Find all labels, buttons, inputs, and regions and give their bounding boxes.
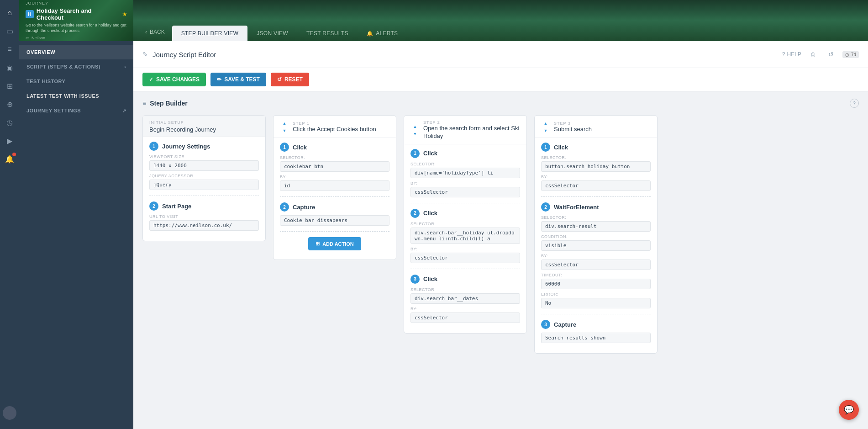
tab-test-results[interactable]: TEST RESULTS — [297, 26, 358, 41]
pencil-icon: ✏ — [217, 76, 221, 83]
field-label: ERROR: — [541, 292, 651, 297]
editor-header: ✎ Journey Script Editor ? HELP ⎙ ↺ ◷ 7d — [133, 41, 868, 68]
action-title: Click — [554, 144, 568, 151]
checkmark-icon: ✓ — [149, 76, 153, 83]
nav-icon-clock[interactable]: ◷ — [1, 114, 18, 131]
field-label: BY: — [280, 175, 389, 179]
action-number-badge: 3 — [541, 320, 550, 329]
history-button[interactable]: ↺ — [824, 48, 838, 61]
nav-icon-globe[interactable]: ◉ — [1, 59, 18, 76]
nav-icon-bell[interactable]: 🔔 — [1, 151, 18, 167]
step-card-header: ▲ ▼ STEP 3 Submit search — [535, 116, 657, 138]
add-action-button[interactable]: ⊞ ADD ACTION — [308, 237, 361, 250]
action-item: 2 Click SELECTOR: div.search-bar__holida… — [410, 209, 520, 263]
step-down-button[interactable]: ▼ — [280, 127, 289, 134]
action-title: Start Page — [162, 203, 191, 210]
action-title: Journey Settings — [162, 143, 210, 150]
nav-icon-film[interactable]: ▶ — [1, 132, 18, 149]
tab-alerts[interactable]: 🔔 ALERTS — [358, 26, 407, 41]
field-label: BY: — [410, 247, 520, 251]
nav-icon-monitor[interactable]: ▭ — [1, 23, 18, 39]
step-card-2: ▲ ▼ STEP 2 Open the search form and sele… — [404, 115, 527, 334]
initial-setup-header: INITIAL SETUP Begin Recording Journey — [143, 116, 265, 137]
action-item: 1 Journey Settings VIEWPORT SIZE 1440 x … — [149, 142, 259, 190]
save-changes-button[interactable]: ✓ SAVE CHANGES — [142, 73, 206, 86]
nav-icon-users[interactable]: ⊕ — [1, 96, 18, 112]
editor-title: ✎ Journey Script Editor — [142, 51, 216, 58]
save-test-button[interactable]: ✏ SAVE & TEST — [210, 73, 266, 86]
field-label: SELECTOR: — [541, 215, 651, 220]
field-label: SELECTOR: — [410, 222, 520, 226]
editor-actions: ? HELP ⎙ ↺ ◷ 7d — [782, 48, 859, 61]
step-builder-area: ≡ Step Builder ? INITIAL SETUP Begin Rec… — [133, 91, 868, 429]
field-label: SELECTOR: — [410, 162, 520, 166]
action-title: Click — [423, 150, 437, 157]
tab-step-builder[interactable]: STEP BUILDER VIEW — [172, 26, 248, 41]
step-card-1: ▲ ▼ STEP 1 Click the Accept Cookies butt… — [273, 115, 396, 260]
field-value: cssSelector — [541, 260, 651, 270]
journey-label: JOURNEY — [26, 1, 127, 5]
action-divider — [280, 196, 389, 197]
back-button[interactable]: ‹ BACK — [138, 23, 172, 41]
toolbar: ✓ SAVE CHANGES ✏ SAVE & TEST ↺ RESET — [133, 68, 868, 91]
step-name: Submit search — [554, 126, 651, 133]
nav-icon-home[interactable]: ⌂ — [1, 5, 18, 21]
action-field: BY: cssSelector — [410, 181, 520, 197]
action-field: TIMEOUT: 60000 — [541, 273, 651, 289]
step-card-initial: INITIAL SETUP Begin Recording Journey 1 … — [142, 115, 266, 241]
step-type-label: STEP 3 — [554, 121, 651, 126]
action-field: SELECTOR: div[name='holidayType'] li — [410, 162, 520, 178]
top-nav: ‹ BACK STEP BUILDER VIEW JSON VIEW TEST … — [133, 0, 416, 41]
field-label: URL TO VISIT — [149, 214, 259, 219]
step-builder-header: ≡ Step Builder ? — [142, 99, 859, 108]
print-button[interactable]: ⎙ — [806, 48, 820, 61]
field-value: cookiebar-btn — [280, 161, 389, 172]
step-card-3: ▲ ▼ STEP 3 Submit search 1 — [534, 115, 658, 354]
nav-icon-grid[interactable]: ⊞ — [1, 78, 18, 94]
action-field: SELECTOR: cookiebar-btn — [280, 155, 389, 172]
reset-button[interactable]: ↺ RESET — [271, 73, 309, 86]
step-type-label: STEP 1 — [293, 121, 389, 126]
action-field: VIEWPORT SIZE 1440 x 2000 — [149, 154, 259, 171]
chat-bubble-button[interactable]: 💬 — [839, 400, 859, 420]
step-up-button[interactable]: ▲ — [280, 120, 289, 127]
tab-json-view[interactable]: JSON VIEW — [247, 26, 297, 41]
field-label: BY: — [541, 254, 651, 258]
field-label: SELECTOR: — [410, 287, 520, 292]
list-icon: ≡ — [142, 100, 146, 107]
content-area: ✎ Journey Script Editor ? HELP ⎙ ↺ ◷ 7d … — [133, 41, 868, 429]
external-link-icon: ↗ — [122, 108, 126, 113]
field-label: SELECTOR: — [280, 155, 389, 160]
step-builder-title: ≡ Step Builder — [142, 100, 188, 107]
step-builder-help-icon[interactable]: ? — [850, 99, 859, 108]
action-field: BY: cssSelector — [541, 254, 651, 270]
nav-icon-document[interactable]: ≡ — [1, 41, 18, 58]
journey-title-text: Holiday Search and Checkout — [37, 7, 120, 21]
step-up-button[interactable]: ▲ — [541, 120, 550, 127]
journey-icon: H — [26, 10, 34, 18]
age-badge: ◷ 7d — [842, 51, 859, 58]
help-button[interactable]: ? HELP — [782, 51, 801, 58]
help-circle-icon: ? — [782, 51, 785, 58]
step-up-button[interactable]: ▲ — [410, 123, 420, 130]
sidebar-item-latest-test[interactable]: LATEST TEST WITH ISSUES — [19, 89, 133, 103]
field-label: JQUERY ACCESSOR — [149, 174, 259, 178]
field-label: BY: — [541, 175, 651, 179]
action-number-badge: 2 — [541, 202, 550, 212]
main-area: ‹ BACK STEP BUILDER VIEW JSON VIEW TEST … — [133, 0, 868, 429]
action-header: 1 Click — [410, 149, 520, 158]
step-down-button[interactable]: ▼ — [541, 127, 550, 134]
field-label: BY: — [410, 307, 520, 311]
step-number: 1 — [307, 121, 310, 126]
sidebar-item-journey-settings[interactable]: JOURNEY SETTINGS ↗ — [19, 103, 133, 118]
sidebar-item-script[interactable]: SCRIPT (STEPS & ACTIONS) › — [19, 59, 133, 74]
action-field: BY: cssSelector — [410, 307, 520, 323]
step-down-button[interactable]: ▼ — [410, 131, 420, 137]
sidebar-item-test-history[interactable]: TEST HISTORY — [19, 74, 133, 89]
field-value: cssSelector — [541, 180, 651, 191]
action-number-badge: 2 — [149, 201, 158, 211]
sidebar-item-overview[interactable]: OVERVIEW — [19, 45, 133, 59]
user-avatar[interactable] — [3, 406, 16, 420]
steps-grid: INITIAL SETUP Begin Recording Journey 1 … — [142, 115, 859, 354]
action-field: BY: id — [280, 175, 389, 191]
